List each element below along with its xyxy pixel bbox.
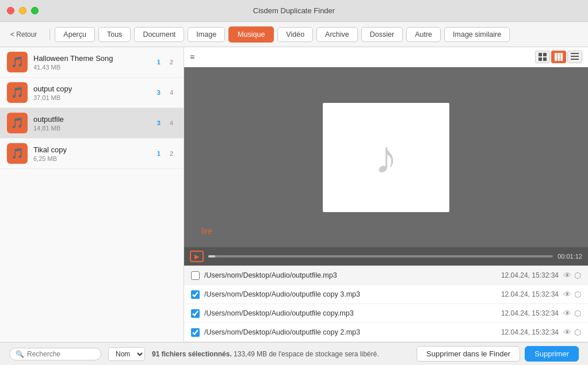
sidebar-item[interactable]: 🎵 output copy 37,01 MB 3 4 (0, 78, 184, 108)
badge-count: 3 (154, 89, 164, 97)
file-date: 12.04.24, 15:32:34 (501, 290, 559, 298)
svg-rect-8 (571, 56, 579, 57)
panel-view-button[interactable] (551, 51, 566, 63)
music-file-icon: 🎵 (7, 52, 28, 72)
svg-rect-5 (558, 53, 560, 61)
badge-total: 4 (166, 89, 177, 97)
progress-bar[interactable] (208, 255, 553, 258)
svg-rect-4 (555, 53, 557, 61)
grid-view-button[interactable] (535, 51, 550, 63)
tab-apercu[interactable]: Aperçu (55, 27, 95, 42)
close-button[interactable] (7, 7, 14, 14)
tab-musique[interactable]: Musique (228, 26, 274, 43)
eye-icon[interactable]: 👁 (563, 328, 571, 337)
status-bar-actions: Supprimer dans le Finder Supprimer (417, 346, 579, 362)
time-display: 00:01:12 (558, 253, 582, 260)
minimize-button[interactable] (19, 7, 26, 14)
file-row[interactable]: /Users/nom/Desktop/Audio/outputfile.mp3 … (184, 266, 588, 285)
play-button[interactable]: ▶ (190, 251, 204, 262)
file-checkbox[interactable] (191, 309, 200, 318)
item-badges: 3 4 (154, 89, 177, 97)
back-button[interactable]: < Retour (6, 28, 41, 41)
music-file-icon: 🎵 (7, 143, 28, 164)
delete-button[interactable]: Supprimer (525, 346, 579, 362)
separator (49, 29, 50, 40)
file-date: 12.04.24, 15:32:34 (501, 309, 559, 317)
file-checkbox[interactable] (191, 271, 200, 280)
file-row[interactable]: /Users/nom/Desktop/Audio/outputfile copy… (184, 285, 588, 304)
tab-document[interactable]: Document (134, 27, 184, 42)
main-content: 🎵 Halloween Theme Song 41,43 MB 1 2 🎵 ou… (0, 47, 588, 342)
item-badges: 1 2 (154, 58, 177, 66)
svg-rect-9 (571, 59, 579, 60)
file-row[interactable]: /Users/nom/Desktop/Audio/outputfile copy… (184, 304, 588, 323)
list-view-button[interactable] (567, 51, 582, 63)
external-link-icon[interactable]: ⬡ (574, 290, 581, 299)
file-path: /Users/nom/Desktop/Audio/outputfile copy… (204, 328, 497, 336)
item-info: outputfile 14,81 MB (33, 115, 148, 132)
external-link-icon[interactable]: ⬡ (574, 309, 581, 318)
item-name: Halloween Theme Song (33, 54, 148, 63)
external-link-icon[interactable]: ⬡ (574, 271, 581, 280)
progress-fill (208, 255, 215, 258)
search-input[interactable] (27, 350, 95, 358)
audio-thumbnail: ♪ (323, 103, 449, 212)
badge-total: 2 (166, 149, 177, 157)
svg-rect-7 (571, 53, 579, 54)
audio-controls: ▶ 00:01:12 (184, 247, 588, 266)
status-detail: 133,49 MB de l'espace de stockage sera l… (232, 350, 379, 358)
sort-select[interactable]: Nom (108, 347, 145, 361)
file-checkbox[interactable] (191, 290, 200, 299)
external-link-icon[interactable]: ⬡ (574, 328, 581, 337)
item-info: Tikal copy 6,25 MB (33, 145, 148, 162)
tab-image[interactable]: Image (188, 27, 225, 42)
search-box[interactable]: 🔍 (9, 348, 101, 360)
file-actions: 👁 ⬡ (563, 290, 581, 299)
svg-rect-2 (539, 57, 542, 61)
badge-count: 1 (154, 149, 164, 157)
eye-icon[interactable]: 👁 (563, 309, 571, 318)
file-checkbox[interactable] (191, 328, 200, 337)
tab-video[interactable]: Vidéo (277, 27, 313, 42)
sidebar-item[interactable]: 🎵 Halloween Theme Song 41,43 MB 1 2 (0, 47, 184, 78)
item-size: 37,01 MB (33, 94, 148, 101)
maximize-button[interactable] (31, 7, 39, 14)
tab-archive[interactable]: Archive (316, 27, 358, 42)
tab-dossier[interactable]: Dossier (361, 27, 403, 42)
search-icon: 🔍 (16, 350, 24, 358)
badge-count: 1 (154, 58, 164, 66)
file-path: /Users/nom/Desktop/Audio/outputfile copy… (204, 290, 497, 298)
title-bar: Cisdem Duplicate Finder (0, 0, 588, 22)
item-size: 14,81 MB (33, 125, 148, 132)
svg-rect-1 (543, 53, 547, 56)
status-text: 91 fichiers sélectionnés. 133,49 MB de l… (152, 350, 410, 358)
file-row[interactable]: /Users/nom/Desktop/Audio/outputfile copy… (184, 323, 588, 342)
file-actions: 👁 ⬡ (563, 271, 581, 280)
item-info: Halloween Theme Song 41,43 MB (33, 54, 148, 71)
window-title: Cisdem Duplicate Finder (253, 6, 335, 15)
badge-count: 3 (154, 119, 164, 127)
preview-toolbar: ≡ (184, 47, 588, 67)
sidebar-item[interactable]: 🎵 Tikal copy 6,25 MB 1 2 (0, 139, 184, 169)
tab-autre[interactable]: Autre (406, 27, 441, 42)
sidebar-item[interactable]: 🎵 outputfile 14,81 MB 3 4 (0, 108, 184, 139)
file-list: /Users/nom/Desktop/Audio/outputfile.mp3 … (184, 266, 588, 342)
eye-icon[interactable]: 👁 (563, 271, 571, 280)
music-note-icon: ♪ (375, 131, 398, 184)
file-path: /Users/nom/Desktop/Audio/outputfile copy… (204, 309, 497, 317)
music-file-icon: 🎵 (7, 82, 28, 103)
item-badges: 3 4 (154, 119, 177, 127)
filter-icon[interactable]: ≡ (190, 52, 194, 62)
item-size: 6,25 MB (33, 155, 148, 162)
badge-total: 4 (166, 119, 177, 127)
eye-icon[interactable]: 👁 (563, 290, 571, 299)
delete-finder-button[interactable]: Supprimer dans le Finder (417, 346, 520, 362)
file-date: 12.04.24, 15:32:34 (501, 328, 559, 336)
tab-tous[interactable]: Tous (98, 27, 131, 42)
file-path: /Users/nom/Desktop/Audio/outputfile.mp3 (204, 271, 497, 279)
file-actions: 👁 ⬡ (563, 328, 581, 337)
file-actions: 👁 ⬡ (563, 309, 581, 318)
item-name: Tikal copy (33, 145, 148, 154)
svg-rect-6 (560, 53, 563, 61)
tab-image-similaire[interactable]: Image similaire (444, 27, 510, 42)
